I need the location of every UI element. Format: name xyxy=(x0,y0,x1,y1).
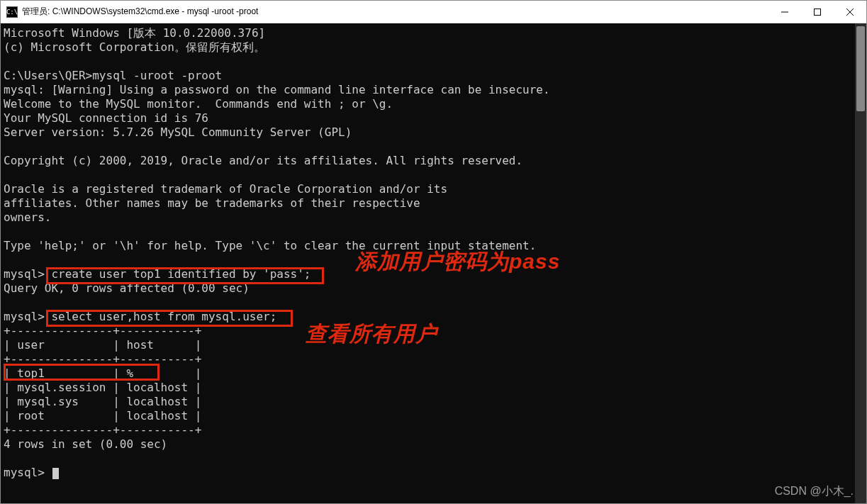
highlight-box-top1-row xyxy=(4,364,160,381)
term-line: Copyright (c) 2000, 2019, Oracle and/or … xyxy=(4,154,522,167)
term-line: Oracle is a registered trademark of Orac… xyxy=(4,182,447,196)
term-line: +---------------+-----------+ xyxy=(4,423,201,437)
term-line: Microsoft Windows [版本 10.0.22000.376] xyxy=(4,26,265,40)
cmd-window: C:\ 管理员: C:\WINDOWS\system32\cmd.exe - m… xyxy=(0,0,867,504)
titlebar[interactable]: C:\ 管理员: C:\WINDOWS\system32\cmd.exe - m… xyxy=(1,1,866,23)
terminal-body[interactable]: Microsoft Windows [版本 10.0.22000.376] (c… xyxy=(1,23,866,503)
highlight-box-select-user xyxy=(46,310,293,327)
term-line: Welcome to the MySQL monitor. Commands e… xyxy=(4,97,393,111)
annotation-add-user: 添加用户密码为pass xyxy=(355,247,560,276)
scrollbar-thumb[interactable] xyxy=(856,26,865,111)
term-line: | user | host | xyxy=(4,338,201,352)
term-line: | mysql.sys | localhost | xyxy=(4,395,201,408)
watermark: CSDN @小木_. xyxy=(775,484,854,499)
term-line: | mysql.session | localhost | xyxy=(4,381,201,394)
term-line: owners. xyxy=(4,211,51,224)
cursor xyxy=(52,468,59,479)
term-line: mysql: [Warning] Using a password on the… xyxy=(4,83,550,96)
annotation-view-users: 查看所有用户 xyxy=(306,320,437,349)
term-line: Your MySQL connection id is 76 xyxy=(4,111,208,125)
window-title: 管理员: C:\WINDOWS\system32\cmd.exe - mysql… xyxy=(22,6,768,18)
highlight-box-create-user xyxy=(46,267,324,284)
svg-rect-0 xyxy=(815,9,821,15)
term-line: 4 rows in set (0.00 sec) xyxy=(4,437,167,451)
maximize-button[interactable] xyxy=(801,1,834,23)
cmd-icon: C:\ xyxy=(6,6,18,18)
scrollbar[interactable] xyxy=(855,23,866,503)
term-line: mysql> xyxy=(4,466,51,479)
term-line: C:\Users\QER>mysql -uroot -proot xyxy=(4,69,222,82)
close-button[interactable] xyxy=(834,1,866,23)
term-line: affiliates. Other names may be trademark… xyxy=(4,196,420,210)
term-line: | root | localhost | xyxy=(4,409,201,422)
term-line: Server version: 5.7.26 MySQL Community S… xyxy=(4,125,352,139)
window-controls xyxy=(768,1,866,23)
minimize-button[interactable] xyxy=(768,1,801,23)
term-line: (c) Microsoft Corporation。保留所有权利。 xyxy=(4,40,265,54)
